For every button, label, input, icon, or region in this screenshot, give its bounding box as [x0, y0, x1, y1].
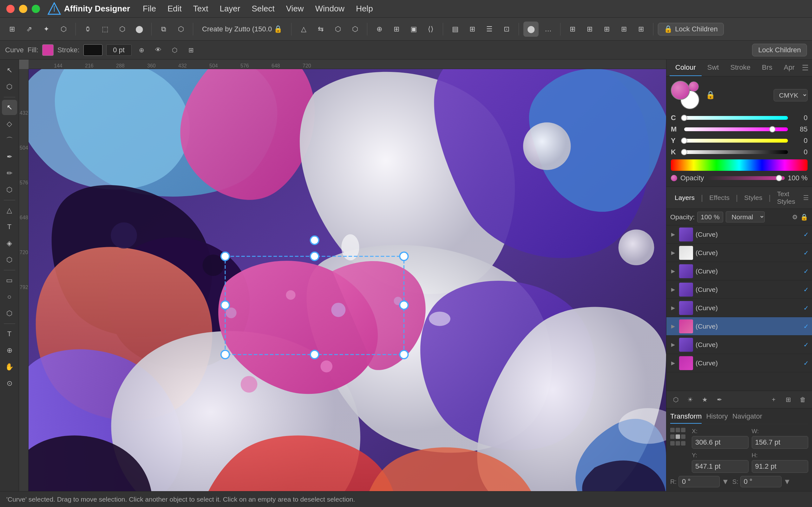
tool-shape[interactable]: △: [2, 203, 17, 218]
menu-layer[interactable]: Layer: [214, 3, 245, 15]
ref-mr[interactable]: [681, 435, 686, 439]
menu-help[interactable]: Help: [351, 3, 378, 15]
layer-check-4[interactable]: ✓: [803, 286, 809, 293]
toolbar-snapping-btn[interactable]: ⟨⟩: [423, 21, 438, 37]
r-input[interactable]: [678, 476, 720, 487]
tool-hand[interactable]: ✋: [2, 359, 17, 375]
toolbar-snap-btn[interactable]: ⊕: [372, 21, 387, 37]
toolbar-outline-btn[interactable]: ☰: [482, 21, 497, 37]
tool-text2[interactable]: T: [2, 326, 17, 342]
toolbar-extra4[interactable]: ⊞: [616, 21, 631, 37]
layer-expand-2[interactable]: ▶: [670, 249, 676, 257]
canvas-area[interactable]: 144 216 288 360 432 504 576 648 720 432 …: [19, 60, 666, 491]
y-input[interactable]: [692, 460, 749, 473]
ref-tc[interactable]: [676, 428, 680, 432]
pb-adjust-btn[interactable]: ☀: [684, 394, 696, 406]
color-mini-swatch[interactable]: [689, 81, 699, 92]
tool-brush[interactable]: ⬡: [2, 182, 17, 198]
toolbar-arrange-btn[interactable]: ⧉: [156, 21, 171, 37]
toolbar-red-btn[interactable]: ⬤: [523, 21, 539, 37]
toolbar-guides-btn[interactable]: ⊞: [389, 21, 404, 37]
tab-styles[interactable]: Styles: [739, 191, 767, 205]
layer-lock-icon[interactable]: 🔒: [800, 213, 808, 221]
tab-apr[interactable]: Apr: [778, 60, 800, 76]
s-dropdown-btn[interactable]: ▼: [783, 477, 791, 486]
ref-tr[interactable]: [681, 428, 686, 432]
layer-item-6[interactable]: ▶ (Curve) ✓: [666, 317, 812, 336]
layer-expand-3[interactable]: ▶: [670, 268, 676, 275]
c-slider-track[interactable]: [684, 116, 788, 120]
ref-bc[interactable]: [676, 441, 680, 446]
h-input[interactable]: [752, 460, 809, 473]
toolbar-grid3-btn[interactable]: ▣: [406, 21, 421, 37]
r-dropdown-btn[interactable]: ▼: [722, 477, 729, 486]
minimize-button[interactable]: [19, 5, 27, 13]
tab-text-styles[interactable]: Text Styles: [772, 187, 802, 209]
layer-check-3[interactable]: ✓: [803, 268, 809, 275]
tab-swt[interactable]: Swt: [702, 60, 725, 76]
tool-zoom[interactable]: ⊕: [2, 343, 17, 358]
tool-fill[interactable]: ◈: [2, 236, 17, 251]
c-slider-thumb[interactable]: [681, 115, 687, 121]
pb-add-btn[interactable]: +: [768, 394, 780, 406]
w-input[interactable]: [752, 436, 809, 449]
layers-menu-btn[interactable]: ☰: [803, 194, 809, 202]
close-button[interactable]: [6, 5, 14, 13]
menu-view[interactable]: View: [281, 3, 309, 15]
menu-text[interactable]: Text: [188, 3, 213, 15]
toolbar-flip-v-btn[interactable]: ⬡: [330, 21, 345, 37]
layer-expand-4[interactable]: ▶: [670, 286, 676, 293]
lock-children-button[interactable]: 🔒 Lock Children: [658, 23, 724, 36]
tool-view[interactable]: ⊙: [2, 376, 17, 391]
fg-color-swatch[interactable]: [671, 81, 690, 100]
toolbar-extra2[interactable]: ⊞: [582, 21, 597, 37]
fullscreen-button[interactable]: [32, 5, 40, 13]
tab-stroke[interactable]: Stroke: [725, 60, 757, 76]
toolbar-share-btn[interactable]: ⇗: [21, 21, 37, 37]
layer-check-6[interactable]: ✓: [803, 323, 809, 330]
layer-expand-1[interactable]: ▶: [670, 231, 676, 238]
tool-pencil[interactable]: ✏: [2, 166, 17, 181]
layer-item-5[interactable]: ▶ (Curve) ✓: [666, 299, 812, 317]
toolbar-pixel-btn[interactable]: ▤: [448, 21, 463, 37]
layer-opacity-input[interactable]: 100 %: [697, 212, 723, 222]
toolbar-view2-btn[interactable]: ⊡: [499, 21, 514, 37]
layer-item-2[interactable]: ▶ (Curve) ✓: [666, 244, 812, 262]
toolbar-extra5[interactable]: ⊞: [633, 21, 649, 37]
toolbar-extra3[interactable]: ⊞: [599, 21, 614, 37]
toolbar-grid2-btn[interactable]: ⧮: [80, 21, 96, 37]
tool-ellipse[interactable]: ○: [2, 289, 17, 304]
ref-bl[interactable]: [670, 441, 675, 446]
toolbar-transform-btn[interactable]: ⬡: [114, 21, 130, 37]
blend-mode-select[interactable]: Normal Multiply Screen Overlay: [726, 211, 765, 222]
tool-select[interactable]: ↖: [2, 100, 17, 115]
ref-br[interactable]: [681, 441, 686, 446]
crop-btn[interactable]: ⊞: [185, 44, 198, 56]
toolbar-group-btn[interactable]: ⬡: [173, 21, 189, 37]
menu-edit[interactable]: Edit: [162, 3, 187, 15]
k-slider-track[interactable]: [684, 150, 788, 154]
layer-expand-6[interactable]: ▶: [670, 323, 676, 330]
menu-window[interactable]: Window: [310, 3, 350, 15]
panel-menu-btn[interactable]: ☰: [802, 63, 809, 72]
tool-corner[interactable]: ⌒: [2, 133, 17, 148]
canvas-content[interactable]: [29, 69, 666, 491]
fill-swatch[interactable]: [42, 44, 54, 56]
tool-rect[interactable]: ▭: [2, 273, 17, 288]
toolbar-more-btn[interactable]: …: [541, 21, 556, 37]
toolbar-persona-btn[interactable]: ✦: [39, 21, 54, 37]
toolbar-select-btn[interactable]: ⬚: [97, 21, 113, 37]
layer-check-2[interactable]: ✓: [803, 249, 809, 257]
stroke-swatch[interactable]: [84, 44, 102, 56]
toolbar-paint-btn[interactable]: ⬡: [56, 21, 71, 37]
layer-item-7[interactable]: ▶ (Curve) ✓: [666, 336, 812, 354]
toolbar-extra1[interactable]: ⊞: [565, 21, 580, 37]
opacity-slider-track[interactable]: [707, 176, 785, 180]
k-slider-thumb[interactable]: [681, 149, 687, 155]
tool-node[interactable]: ◇: [2, 116, 17, 131]
tool-pen[interactable]: ✒: [2, 149, 17, 164]
stroke-width-input[interactable]: [106, 44, 132, 56]
tab-brs[interactable]: Brs: [756, 60, 778, 76]
pb-fx-btn[interactable]: ★: [699, 394, 711, 406]
menu-select[interactable]: Select: [247, 3, 280, 15]
